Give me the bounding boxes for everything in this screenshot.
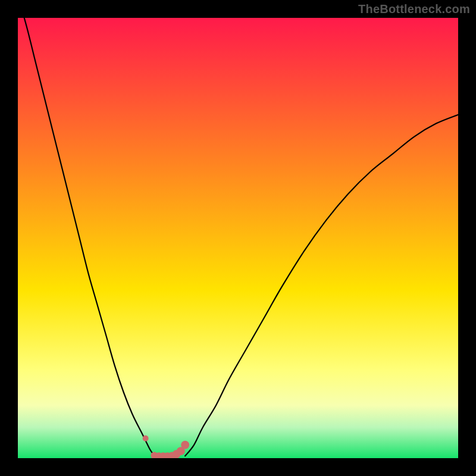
- floor-marker: [181, 441, 189, 449]
- bottleneck-chart: [18, 18, 458, 458]
- floor-marker: [143, 436, 149, 441]
- attribution-text: TheBottleneck.com: [358, 2, 470, 16]
- gradient-background: [18, 18, 458, 458]
- plot-frame: [18, 18, 458, 458]
